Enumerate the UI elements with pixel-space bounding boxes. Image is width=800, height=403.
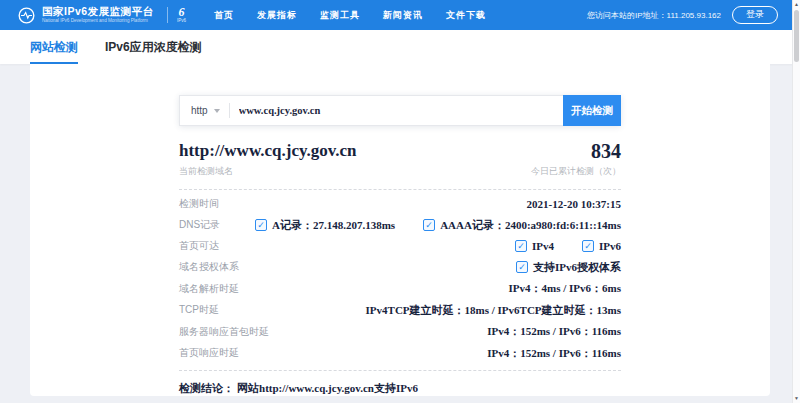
scroll-thumb[interactable] [794, 10, 799, 62]
nav-item[interactable]: 首页 [214, 9, 234, 22]
row-value: IPv4TCP建立时延：18ms / IPv6TCP建立时延：13ms [366, 303, 621, 318]
result-row: TCP时延IPv4TCP建立时延：18ms / IPv6TCP建立时延：13ms [179, 303, 621, 318]
scroll-up-arrow-icon[interactable]: ▲ [793, 0, 800, 9]
checked-checkbox-icon[interactable]: ✓ [255, 219, 267, 231]
row-label: 检测时间 [179, 197, 219, 211]
scroll-down-arrow-icon[interactable]: ▼ [793, 394, 800, 403]
nav-item[interactable]: 文件下载 [446, 9, 486, 22]
result-row: 首页可达✓IPv4✓IPv6 [179, 239, 621, 253]
brand: 国家IPv6发展监测平台 National IPv6 Development a… [42, 6, 157, 23]
row-label: 首页响应时延 [179, 346, 239, 360]
row-label: DNS记录 [179, 218, 220, 232]
check-label: A记录：27.148.207.138ms [272, 218, 395, 233]
row-label: 服务器响应首包时延 [179, 325, 269, 339]
tab-bar: 网站检测IPv6应用浓度检测 [0, 30, 800, 64]
row-label: 域名授权体系 [179, 260, 239, 274]
dashed-divider [179, 189, 621, 190]
row-checks: ✓支持IPv6授权体系 [516, 260, 621, 275]
tab[interactable]: IPv6应用浓度检测 [105, 30, 202, 64]
checked-checkbox-icon[interactable]: ✓ [582, 240, 594, 252]
checked-checkbox-icon[interactable]: ✓ [423, 219, 435, 231]
protocol-value: http [191, 105, 208, 116]
detection-card: http 开始检测 http://www.cq.jcy.gov.cn 当前检测域… [30, 64, 770, 396]
check-label: IPv6 [599, 240, 621, 252]
domain-block: http://www.cq.jcy.gov.cn 当前检测域名 [179, 141, 357, 178]
protocol-select[interactable]: http [180, 105, 229, 116]
check-item: ✓IPv6 [582, 240, 621, 252]
row-label: 首页可达 [179, 239, 219, 253]
top-header: 国家IPv6发展监测平台 National IPv6 Development a… [0, 0, 800, 30]
detect-count: 834 [531, 141, 621, 161]
checked-checkbox-icon[interactable]: ✓ [516, 261, 528, 273]
domain-caption: 当前检测域名 [179, 165, 357, 178]
row-label: TCP时延 [179, 303, 219, 317]
row-value: IPv4：152ms / IPv6：116ms [487, 346, 621, 361]
result-row: 域名解析时延IPv4：4ms / IPv6：6ms [179, 281, 621, 296]
header-right: 您访问本站的IP地址：111.205.93.162 登录 [587, 6, 784, 24]
result-row: 域名授权体系✓支持IPv6授权体系 [179, 260, 621, 275]
login-button[interactable]: 登录 [732, 6, 778, 24]
conclusion-label: 检测结论： [179, 382, 234, 394]
check-item: ✓支持IPv6授权体系 [516, 260, 621, 275]
check-label: IPv4 [532, 240, 554, 252]
dashed-divider [179, 370, 621, 371]
count-caption: 今日已累计检测（次） [531, 165, 621, 178]
main-nav: 首页发展指标监测工具新闻资讯文件下载 [214, 9, 486, 22]
nav-item[interactable]: 监测工具 [320, 9, 360, 22]
row-value: IPv4：152ms / IPv6：116ms [487, 324, 621, 339]
platform-logo-icon [18, 7, 35, 24]
url-input[interactable] [230, 105, 563, 116]
detect-bar: http 开始检测 [179, 95, 621, 126]
chevron-down-icon [214, 109, 220, 113]
brand-divider [167, 7, 168, 23]
brand-title: 国家IPv6发展监测平台 [42, 6, 157, 18]
result-rows: 检测时间2021-12-20 10:37:15DNS记录✓A记录：27.148.… [179, 197, 621, 361]
row-checks: ✓IPv4✓IPv6 [515, 240, 621, 252]
row-label: 域名解析时延 [179, 282, 239, 296]
tab[interactable]: 网站检测 [30, 30, 78, 64]
page-content: http 开始检测 http://www.cq.jcy.gov.cn 当前检测域… [0, 64, 800, 403]
url-field-group: http [179, 95, 563, 126]
brand-subtitle: National IPv6 Development and Monitoring… [42, 18, 148, 23]
check-label: AAAA记录：2400:a980:fd:6:11::14ms [440, 218, 621, 233]
ipv6-6-logo: 6 IPv6 [177, 6, 186, 24]
ipv6-word: IPv6 [177, 19, 186, 24]
check-item: ✓A记录：27.148.207.138ms [255, 218, 395, 233]
row-checks: ✓A记录：27.148.207.138ms✓AAAA记录：2400:a980:f… [255, 218, 621, 233]
result-row: 检测时间2021-12-20 10:37:15 [179, 197, 621, 211]
nav-item[interactable]: 新闻资讯 [383, 9, 423, 22]
conclusion-row: 检测结论： 网站http://www.cq.jcy.gov.cn支持IPv6 [179, 381, 621, 396]
check-item: ✓AAAA记录：2400:a980:fd:6:11::14ms [423, 218, 621, 233]
row-value: 2021-12-20 10:37:15 [527, 198, 621, 210]
result-row: 服务器响应首包时延IPv4：152ms / IPv6：116ms [179, 324, 621, 339]
ipv6-six-glyph: 6 [179, 6, 185, 18]
nav-item[interactable]: 发展指标 [257, 9, 297, 22]
check-item: ✓IPv4 [515, 240, 554, 252]
count-block: 834 今日已累计检测（次） [531, 141, 621, 178]
detected-domain: http://www.cq.jcy.gov.cn [179, 141, 357, 161]
conclusion-text: 网站http://www.cq.jcy.gov.cn支持IPv6 [237, 382, 418, 394]
result-row: 首页响应时延IPv4：152ms / IPv6：116ms [179, 346, 621, 361]
result-row: DNS记录✓A记录：27.148.207.138ms✓AAAA记录：2400:a… [179, 218, 621, 233]
scrollbar[interactable]: ▲ ▼ [792, 0, 800, 403]
checked-checkbox-icon[interactable]: ✓ [515, 240, 527, 252]
check-label: 支持IPv6授权体系 [533, 260, 621, 275]
result-head: http://www.cq.jcy.gov.cn 当前检测域名 834 今日已累… [179, 141, 621, 178]
visitor-ip-text: 您访问本站的IP地址：111.205.93.162 [587, 10, 721, 21]
start-detect-button[interactable]: 开始检测 [563, 95, 621, 126]
row-value: IPv4：4ms / IPv6：6ms [509, 281, 621, 296]
